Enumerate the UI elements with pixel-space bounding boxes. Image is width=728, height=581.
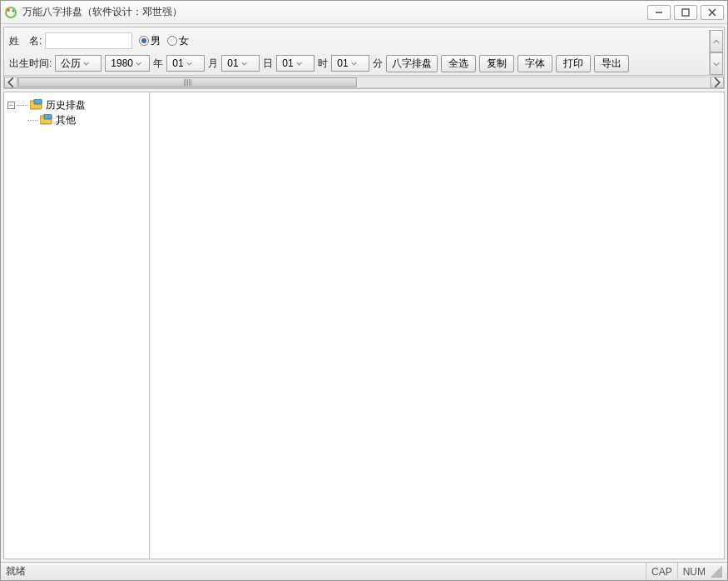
select-all-button[interactable]: 全选 (441, 55, 476, 72)
gender-female-label: 女 (179, 34, 189, 48)
toolbar-row-name: 姓 名: 男 女 (4, 30, 709, 52)
hour-value: 01 (282, 57, 293, 69)
main-area: 历史排盘 其他 (3, 92, 725, 559)
window-controls (647, 5, 724, 20)
window-title: 万能八字排盘（软件设计：邓世强） (22, 5, 647, 19)
day-unit: 日 (263, 57, 273, 71)
close-button[interactable] (701, 5, 724, 20)
hour-unit: 时 (318, 57, 328, 71)
month-select[interactable]: 01 (166, 55, 205, 72)
scroll-left-button[interactable] (4, 77, 17, 88)
gender-female-radio[interactable]: 女 (167, 34, 189, 48)
content-panel (150, 92, 724, 559)
status-text: 就绪 (6, 564, 646, 579)
cap-indicator: CAP (646, 563, 677, 580)
minute-select[interactable]: 01 (331, 55, 369, 72)
calendar-select[interactable]: 公历 (55, 55, 102, 72)
chevron-down-icon (296, 61, 302, 67)
minimize-button[interactable] (647, 5, 671, 20)
tree-root-node[interactable]: 历史排盘 (7, 97, 146, 112)
folder-icon (40, 114, 53, 126)
tree-line (17, 105, 27, 106)
num-indicator: NUM (677, 563, 711, 580)
export-button[interactable]: 导出 (594, 55, 629, 72)
chevron-down-icon (241, 61, 247, 67)
svg-rect-4 (682, 9, 689, 16)
tree-line (27, 120, 37, 121)
scroll-thumb[interactable] (18, 77, 357, 87)
chevron-down-icon (83, 61, 89, 67)
scroll-track[interactable] (17, 77, 711, 88)
tree-panel: 历史排盘 其他 (4, 92, 150, 559)
tree-root-label: 历史排盘 (46, 98, 86, 112)
name-label: 姓 名: (9, 34, 42, 48)
status-bar: 就绪 CAP NUM (1, 562, 727, 580)
toolbar-row-birth: 出生时间: 公历 1980 年 01 月 (4, 52, 709, 75)
app-window: 万能八字排盘（软件设计：邓世强） 姓 名: 男 女 (0, 0, 728, 581)
birth-label: 出生时间: (9, 57, 52, 71)
scroll-up-button[interactable] (710, 30, 723, 52)
app-icon (4, 6, 17, 19)
toolbar-scroll (709, 30, 724, 75)
expand-toggle[interactable] (7, 102, 15, 109)
day-value: 01 (227, 57, 238, 69)
year-select[interactable]: 1980 (105, 55, 150, 72)
svg-point-2 (12, 9, 15, 12)
copy-button[interactable]: 复制 (479, 55, 514, 72)
name-input[interactable] (45, 32, 132, 49)
chevron-down-icon (351, 61, 357, 67)
scroll-down-button[interactable] (710, 52, 723, 75)
minute-value: 01 (337, 57, 348, 69)
font-button[interactable]: 字体 (518, 55, 552, 72)
maximize-button[interactable] (674, 5, 697, 20)
chevron-down-icon (136, 61, 141, 67)
resize-grip[interactable] (711, 566, 722, 578)
radio-icon (167, 36, 177, 46)
month-value: 01 (172, 57, 183, 69)
radio-icon (139, 36, 149, 46)
minute-unit: 分 (373, 57, 383, 71)
gender-male-label: 男 (151, 34, 161, 48)
svg-rect-10 (44, 114, 52, 119)
year-unit: 年 (153, 57, 163, 71)
svg-rect-8 (34, 99, 42, 104)
title-bar: 万能八字排盘（软件设计：邓世强） (1, 1, 727, 24)
day-select[interactable]: 01 (221, 55, 260, 72)
toolbar: 姓 名: 男 女 出生时间: 公历 (3, 27, 725, 89)
year-value: 1980 (111, 57, 133, 69)
gender-male-radio[interactable]: 男 (139, 34, 161, 48)
chevron-down-icon (186, 61, 192, 67)
scroll-right-button[interactable] (711, 77, 724, 88)
hour-select[interactable]: 01 (276, 55, 314, 72)
horizontal-scrollbar[interactable] (4, 75, 724, 88)
folder-icon (30, 99, 43, 111)
calendar-value: 公历 (61, 57, 81, 71)
svg-point-1 (7, 8, 10, 12)
print-button[interactable]: 打印 (556, 55, 591, 72)
paipan-button[interactable]: 八字排盘 (386, 55, 438, 72)
tree-child-label: 其他 (56, 113, 76, 127)
month-unit: 月 (208, 57, 218, 71)
tree-child-node[interactable]: 其他 (7, 112, 146, 127)
